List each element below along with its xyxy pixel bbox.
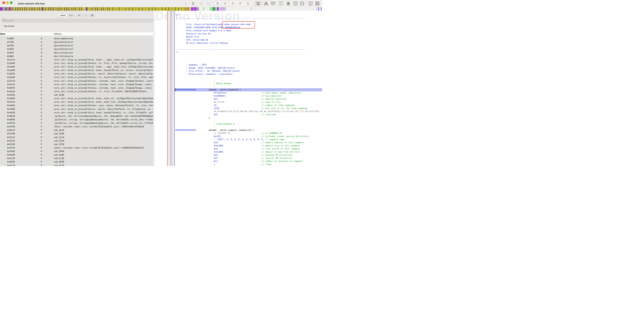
close-window-button[interactable] <box>2 1 5 4</box>
code-line[interactable]: ----------------------------------------… <box>175 17 322 20</box>
code-line[interactable] <box>175 76 322 79</box>
back-button[interactable] <box>184 1 188 6</box>
code-line[interactable]: 0x0// reserved <box>175 113 322 116</box>
single-page-button[interactable]: 1 <box>308 1 313 6</box>
code-line[interactable]: 0x7,// number of sections in segment <box>175 160 322 163</box>
mode-segment-c[interactable]: C <box>229 1 236 6</box>
table-row[interactable]: 0x3dd0Pcore::ptr::drop_in_place$LT$lib..… <box>0 65 154 68</box>
code-line[interactable]: File: /Users/xifan/Downloads/index.darwi… <box>175 23 322 26</box>
code-line[interactable]: 0xdc000,// amount to map from the file <box>175 150 322 154</box>
table-row[interactable]: 0x5450Psub_5450 <box>0 150 154 153</box>
code-line[interactable]: 0x3,// machine specifier <box>175 98 322 101</box>
code-line[interactable]: ; File offset : [0; 901120[ (901120 byte… <box>175 70 322 73</box>
code-line[interactable]: LC_SEGMENT_64,// LC_SEGMENT_64 <box>175 132 322 135</box>
code-line[interactable]: File created with Hopper 5.6.1-demo <box>175 29 322 32</box>
cpu-button[interactable] <box>286 1 291 6</box>
table-row[interactable]: 0x3ed0Pcore::ptr::drop_in_place$LT$tokio… <box>0 76 154 79</box>
table-row[interactable]: 0x6170Psub_6170 <box>0 164 154 166</box>
table-row[interactable]: 0x748AaSystemlibraryf <box>0 40 154 44</box>
hex-view-button[interactable]: 486F70706572204469 <box>278 1 284 6</box>
code-line[interactable]: 19,// number of load commands <box>175 104 322 107</box>
filter-tab-favorites[interactable]: ☆ <box>83 14 89 17</box>
split-rows-button[interactable] <box>300 1 304 6</box>
code-line[interactable]: 0000000000000020struct __macho_segment_c… <box>175 129 322 132</box>
forward-button[interactable] <box>191 1 196 6</box>
code-line[interactable]: 0x278,// includes sizeof section_64 stru… <box>175 135 322 138</box>
filter-tab-str[interactable]: Str <box>75 14 83 17</box>
filter-tab-scope[interactable] <box>89 14 96 17</box>
minimap-strip[interactable] <box>0 7 322 11</box>
table-row[interactable]: 0x608AaUsersgddesktop <box>0 37 154 40</box>
table-row[interactable]: 0x40f0Pcore::ptr::drop_in_place$LT$tokio… <box>0 86 154 90</box>
transfer-button[interactable] <box>315 1 320 6</box>
symbols-scrollbar[interactable] <box>153 11 154 166</box>
table-row[interactable]: 0x5c30Psub_5c30 <box>0 157 154 160</box>
code-line[interactable]: 0x0,// memory address of this segment <box>175 141 322 144</box>
table-row[interactable]: 0x3d40Pcore::ptr::drop_in_place$LT$tokio… <box>0 62 154 65</box>
code-line[interactable] <box>175 57 322 60</box>
code-line[interactable]: 0x5,// initial VM protection <box>175 157 322 160</box>
table-row[interactable]: 0x4490Pcore::ptr::drop_in_place$LT$core.… <box>0 108 154 111</box>
code-line[interactable]: ; <box>175 119 322 122</box>
code-line[interactable]: 0x0,// file offset of this segment <box>175 147 322 150</box>
search-input[interactable] <box>6 19 143 22</box>
table-row[interactable]: 0x51c0Psub_51c0 <box>0 136 154 139</box>
code-line[interactable]: CPU: intel/x86_64 <box>175 38 322 42</box>
symbols-table-header[interactable]: AddressTypeName <box>0 32 154 36</box>
table-row[interactable]: 0x3e00Pcore::ptr::drop_in_place$LT$lib..… <box>0 68 154 72</box>
table-row[interactable]: 0x4620P_$LT$core..fmt..Error$u20$as$u20$… <box>0 114 154 118</box>
code-line[interactable]: ----------------------------------------… <box>175 48 322 51</box>
table-row[interactable]: 0x4ec0Psub_4ec0 <box>0 128 154 132</box>
table-row[interactable]: 0x42c0Pcore::ptr::drop_in_place$LT$lib..… <box>0 100 154 104</box>
mode-segment-d[interactable]: D <box>214 1 221 6</box>
mode-segment-u[interactable]: U <box>244 1 252 6</box>
code-line[interactable]: Analysis version 61 <box>175 32 322 36</box>
code-line[interactable]: ; <box>175 85 322 88</box>
mode-segment-a[interactable]: A <box>221 1 229 6</box>
code-line[interactable]: 64 bits addresses (Little Endian) <box>175 42 322 45</box>
column-header-name[interactable]: Name <box>0 32 6 36</box>
code-line[interactable]: 2256,// the size of all the load command… <box>175 107 322 110</box>
code-line[interactable]: ; <box>175 126 322 129</box>
table-row[interactable]: 0x4440Pcore::ptr::drop_in_place$LT$tokio… <box>0 104 154 107</box>
table-row[interactable]: 0x5190Psub_5190 <box>0 132 154 136</box>
code-line[interactable]: /* <box>175 14 322 17</box>
code-line[interactable] <box>175 45 322 48</box>
code-line[interactable]: ; Range: [0x0; 0xdc000[ (901120 bytes) <box>175 66 322 70</box>
table-row[interactable]: 0x8b0AaUsrliblibsyste <box>0 54 154 58</box>
symbols-table-body[interactable]: 0x608AaUsersgddesktop0x748AaSystemlibrar… <box>0 36 154 166</box>
minimize-window-button[interactable] <box>6 1 9 4</box>
code-line[interactable]: UUID: EC8835B9-D994-3C3E-91EE-A6ADBED9E1… <box>175 26 322 29</box>
table-row[interactable]: 0x5ad0Psub_5ad0 <box>0 153 154 157</box>
table-row[interactable]: 0x4640P_$LT$alloc..string..String$u20$as… <box>0 118 154 122</box>
table-row[interactable]: 0x4260Pcore::ptr::drop_in_place$LT$lib..… <box>0 97 154 100</box>
zoom-window-button[interactable] <box>10 1 13 4</box>
table-row[interactable]: 0x6030Psub_6030 <box>0 160 154 164</box>
split-columns-button[interactable] <box>293 1 298 6</box>
table-row[interactable]: 0x3cc0Pcore::ptr::drop_in_place$LT$lib..… <box>0 58 154 62</box>
filter-tab-proc[interactable]: Proc. <box>68 14 75 17</box>
code-line[interactable]: ; Segment __TEXT <box>175 63 322 66</box>
code-line[interactable]: 0x1000007,// cpu specifier <box>175 94 322 98</box>
table-row[interactable]: 0x4770P_$LT$alloc..string..String$u20$as… <box>0 122 154 125</box>
search-bar[interactable] <box>1 18 153 22</box>
table-row[interactable]: 0x3fc0Pcore::ptr::drop_in_place$LT$tokio… <box>0 83 154 86</box>
code-line[interactable]: ; MachO Header <box>175 82 322 85</box>
table-row[interactable]: 0x4240Psub_4240 <box>0 93 154 97</box>
table-row[interactable]: 0x7b0AaSystemlibraryf <box>0 44 154 48</box>
table-row[interactable]: 0x878AaUsrliblibiconv <box>0 51 154 54</box>
tag-scope-disclosure[interactable]: › Tag Scope <box>2 24 14 28</box>
code-line[interactable]: } <box>175 116 322 119</box>
code-line[interactable] <box>175 20 322 23</box>
code-line[interactable]: 0xfeedfacf,// mach magic number identifi… <box>175 91 322 94</box>
code-line[interactable]: ; Load Command 0 <box>175 122 322 126</box>
code-line[interactable]: 0// flags <box>175 163 322 166</box>
assembly-view-button[interactable]: movadd <box>254 1 262 6</box>
code-line[interactable] <box>175 54 322 57</box>
code-line[interactable]: ; <box>175 79 322 82</box>
table-row[interactable]: 0x3f10Pcore::ptr::drop_in_place$LT$tokio… <box>0 79 154 83</box>
code-line[interactable]: 0xdc000,// memory size of this segment <box>175 144 322 147</box>
code-line[interactable]: "__TEXT", 0, 0, 0, 0, 0, 0, 0, 0, 0, 0, … <box>175 138 322 141</box>
selected-code-line[interactable]: 0000000000000000struct __macho_header64 … <box>175 88 322 91</box>
table-row[interactable]: 0x4530Pcore::ptr::drop_in_place$LT$lib..… <box>0 111 154 114</box>
